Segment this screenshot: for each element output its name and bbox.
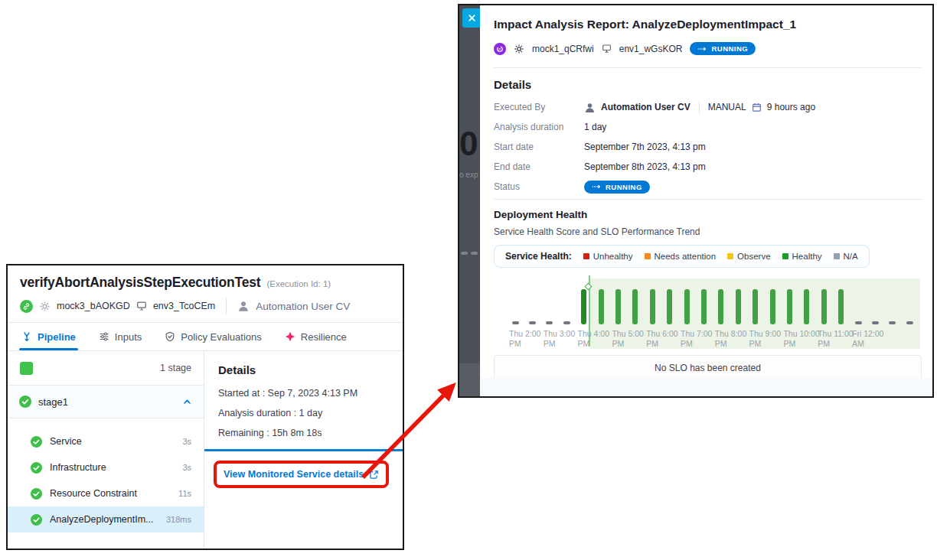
step-row[interactable]: Resource Constraint11s [8, 480, 204, 506]
legend-label: Unhealthy [593, 252, 633, 261]
legend-swatch [645, 253, 651, 259]
analysis-duration-value: 1 day [584, 122, 606, 132]
tab-resilience[interactable]: Resilience [285, 323, 347, 350]
detail-row: Analysis duration 1 day [494, 119, 922, 135]
end-date-value: September 8th 2023, 4:13 pm [584, 161, 706, 172]
execution-details-panel: verifyAbortAnalysisStepExecutionTest (Ex… [6, 264, 404, 550]
environment-icon [602, 44, 612, 54]
tab-inputs[interactable]: Inputs [99, 323, 142, 350]
status-label: Status [494, 181, 584, 192]
user-avatar-icon [237, 300, 250, 312]
step-list: Service3sInfrastructure3sResource Constr… [8, 418, 204, 532]
stage-row[interactable]: stage1 [8, 386, 204, 418]
legend-title: Service Health: [505, 251, 572, 262]
legend-item: Unhealthy [583, 252, 633, 261]
link-icon [20, 300, 33, 313]
analysis-duration: Analysis duration : 1 day [218, 407, 403, 420]
deployment-health-subtitle: Service Health Score and SLO Performance… [494, 226, 922, 238]
step-name: AnalyzeDeploymentIm... [50, 514, 153, 525]
na-marker [529, 321, 536, 324]
x-axis-label: Thu 5:00PM [612, 329, 643, 349]
legend-label: N/A [844, 252, 858, 261]
detail-row: Executed By Automation User CV MANUAL 9 … [494, 99, 922, 115]
divider [494, 67, 922, 68]
x-axis-label: Thu 11:00PM [818, 329, 854, 349]
start-date-label: Start date [494, 142, 584, 152]
na-marker [889, 321, 896, 324]
gear-icon [39, 301, 51, 312]
backdrop-lower-block [459, 363, 480, 396]
na-marker [872, 321, 879, 324]
check-circle-icon [31, 514, 42, 526]
calendar-icon [752, 103, 762, 112]
report-title: Impact Analysis Report: AnalyzeDeploymen… [494, 17, 922, 32]
na-marker [546, 321, 553, 324]
health-bar [701, 289, 707, 324]
tab-label: Pipeline [38, 331, 76, 343]
legend-item: Observe [727, 252, 770, 261]
user-avatar-icon [584, 102, 596, 113]
health-bar [615, 289, 621, 324]
tab-bar: PipelineInputsPolicy EvaluationsResilien… [8, 322, 403, 350]
x-axis-label: Thu 2:00PM [509, 329, 540, 349]
details-heading: Details [218, 363, 403, 376]
backdrop-partial-text: o exp [459, 171, 478, 179]
execution-title: verifyAbortAnalysisStepExecutionTest [20, 275, 260, 291]
drawer-footer [480, 378, 932, 396]
backdrop-dash [461, 252, 468, 255]
legend-swatch [782, 253, 788, 259]
health-bar [838, 289, 844, 324]
x-axis-label: Thu 6:00PM [646, 329, 677, 349]
impact-analysis-drawer: 0 o exp Impact Analysis Report: AnalyzeD… [458, 4, 934, 398]
health-bar [599, 289, 604, 324]
report-content: Impact Analysis Report: AnalyzeDeploymen… [480, 5, 932, 396]
annotation-highlight-box: View Monitored Service details [214, 461, 389, 488]
step-duration: 11s [178, 489, 191, 498]
health-bar [787, 289, 792, 324]
close-icon [468, 14, 476, 22]
tab-label: Inputs [115, 331, 142, 343]
check-circle-icon [31, 462, 42, 474]
chevron-up-icon[interactable] [182, 397, 192, 407]
x-axis-label: Thu 9:00PM [749, 329, 781, 349]
check-circle-icon [31, 488, 42, 500]
executed-by-user: Automation User CV [256, 301, 350, 312]
health-bar [581, 289, 586, 324]
step-row[interactable]: AnalyzeDeploymentIm...318ms [8, 506, 204, 532]
step-row[interactable]: Service3s [8, 428, 204, 454]
service-health-legend: Service Health: UnhealthyNeeds attention… [494, 245, 870, 268]
step-duration: 3s [182, 463, 191, 472]
backdrop-dash [471, 252, 478, 255]
detail-row: End date September 8th 2023, 4:13 pm [494, 159, 922, 174]
health-bar [650, 289, 655, 324]
health-bar [667, 289, 672, 324]
gear-icon [514, 44, 524, 54]
step-duration: 3s [182, 437, 191, 446]
stage-name: stage1 [38, 396, 68, 408]
legend-swatch [727, 253, 733, 259]
detail-row: Start date September 7th 2023, 4:13 pm [494, 139, 922, 155]
tab-policy-evaluations[interactable]: Policy Evaluations [165, 323, 262, 350]
close-button[interactable] [462, 8, 480, 28]
legend-swatch [583, 253, 589, 259]
x-axis-label: Fri 12:00AM [852, 329, 883, 349]
inputs-icon [99, 331, 109, 342]
analysis-duration-label: Analysis duration [494, 122, 584, 132]
tab-label: Policy Evaluations [181, 331, 262, 343]
health-bar [804, 289, 809, 324]
divider [226, 298, 227, 314]
end-date-label: End date [494, 161, 584, 172]
health-bar [770, 289, 775, 324]
started-at: Started at : Sep 7, 2023 4:13 PM [218, 387, 403, 400]
view-monitored-service-link[interactable]: View Monitored Service details [224, 469, 364, 480]
status-badge: RUNNING [690, 42, 756, 55]
external-link-icon[interactable] [369, 470, 379, 480]
x-axis-label: Thu 8:00PM [715, 329, 746, 349]
detail-row: Status RUNNING [494, 179, 922, 194]
tab-pipeline[interactable]: Pipeline [21, 323, 76, 350]
stage-summary: 1 stage [8, 351, 204, 385]
analysis-progress-bar [204, 449, 403, 451]
trigger-type: MANUAL [708, 102, 746, 112]
step-name: Service [50, 436, 82, 447]
step-row[interactable]: Infrastructure3s [8, 454, 204, 480]
